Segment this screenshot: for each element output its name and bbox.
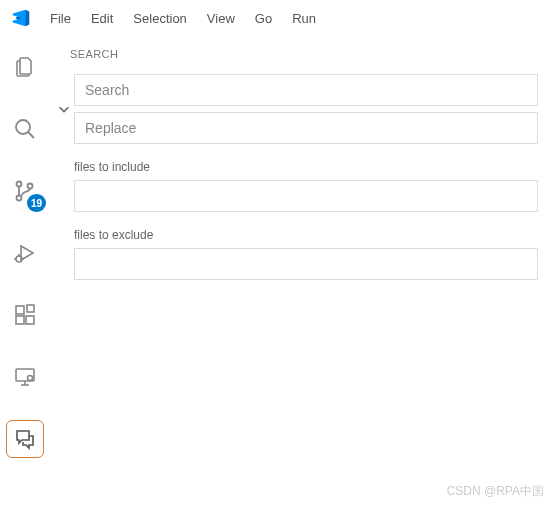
remote-icon (13, 365, 37, 389)
menu-go[interactable]: Go (255, 11, 272, 26)
menu-run[interactable]: Run (292, 11, 316, 26)
toggle-replace-chevron[interactable] (56, 74, 72, 116)
files-icon (13, 55, 37, 79)
files-include-input[interactable] (74, 180, 538, 212)
activity-bar: 19 (0, 36, 50, 506)
menu-view[interactable]: View (207, 11, 235, 26)
svg-point-16 (28, 376, 33, 381)
search-panel: SEARCH files to include files to exclude (50, 36, 554, 506)
menu-file[interactable]: File (50, 11, 71, 26)
search-input[interactable] (74, 74, 538, 106)
svg-rect-11 (26, 316, 34, 324)
activity-source-control[interactable]: 19 (6, 172, 44, 210)
svg-point-4 (28, 184, 33, 189)
menu-bar: File Edit Selection View Go Run (50, 11, 316, 26)
replace-input[interactable] (74, 112, 538, 144)
vscode-logo-icon (10, 7, 32, 29)
svg-rect-9 (16, 306, 24, 314)
svg-rect-10 (16, 316, 24, 324)
chat-icon (13, 427, 37, 451)
activity-run-debug[interactable] (6, 234, 44, 272)
activity-remote[interactable] (6, 358, 44, 396)
svg-point-3 (17, 196, 22, 201)
watermark: CSDN @RPA中国 (447, 483, 544, 500)
title-bar: File Edit Selection View Go Run (0, 0, 554, 36)
svg-line-1 (28, 132, 34, 138)
chevron-down-icon (57, 102, 71, 116)
source-control-badge: 19 (27, 194, 46, 212)
menu-edit[interactable]: Edit (91, 11, 113, 26)
debug-icon (13, 241, 37, 265)
files-include-label: files to include (74, 160, 538, 174)
files-exclude-input[interactable] (74, 248, 538, 280)
activity-explorer[interactable] (6, 48, 44, 86)
menu-selection[interactable]: Selection (133, 11, 186, 26)
svg-point-2 (17, 182, 22, 187)
search-icon (13, 117, 37, 141)
activity-extensions[interactable] (6, 296, 44, 334)
svg-rect-12 (27, 305, 34, 312)
svg-point-0 (16, 120, 30, 134)
activity-search[interactable] (6, 110, 44, 148)
files-exclude-label: files to exclude (74, 228, 538, 242)
extensions-icon (13, 303, 37, 327)
panel-title: SEARCH (56, 48, 538, 74)
activity-chat[interactable] (6, 420, 44, 458)
